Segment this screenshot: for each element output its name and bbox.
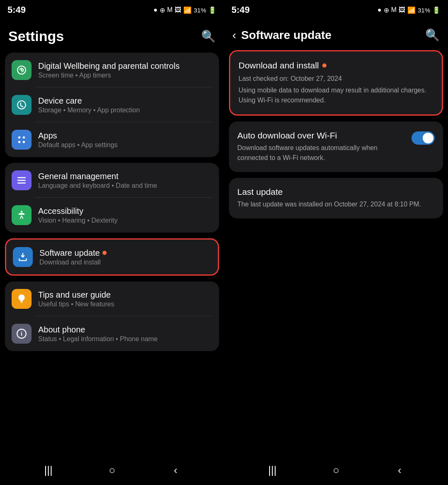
right-img-icon: 🖼 — [399, 6, 405, 14]
general-management-name: General management — [38, 172, 212, 181]
right-header: ‹ Software update 🔍 — [229, 24, 443, 50]
right-battery: 31% — [418, 7, 430, 14]
about-phone-name: About phone — [38, 325, 212, 335]
back-button[interactable]: ‹ — [232, 29, 236, 42]
accessibility-name: Accessibility — [38, 206, 212, 216]
general-management-item[interactable]: General management Language and keyboard… — [5, 163, 219, 198]
tips-item[interactable]: Tips and user guide Useful tips • New fe… — [5, 281, 219, 316]
auto-download-toggle[interactable] — [411, 131, 435, 145]
digital-wellbeing-name: Digital Wellbeing and parental controls — [38, 61, 212, 71]
software-update-icon — [13, 247, 33, 267]
battery-icon: 🔋 — [208, 6, 217, 14]
svg-point-3 — [23, 136, 25, 138]
right-wifi-icon: 📶 — [407, 6, 416, 14]
sim-icon: ● — [153, 6, 158, 14]
right-recent-apps-btn[interactable]: ||| — [262, 460, 283, 480]
mail-icon: M — [167, 6, 173, 14]
right-sim-icon: ● — [377, 6, 382, 14]
device-care-name: Device care — [38, 96, 212, 106]
general-management-icon — [12, 170, 32, 190]
last-update-desc: The last update was installed on October… — [237, 199, 435, 209]
right-mail-icon: M — [391, 6, 397, 14]
tips-sub: Useful tips • New features — [38, 301, 212, 308]
auto-download-card[interactable]: Auto download over Wi-Fi Download softwa… — [229, 121, 443, 172]
last-update-title: Last update — [237, 187, 435, 197]
about-phone-item[interactable]: i About phone Status • Legal information… — [5, 316, 219, 351]
apps-name: Apps — [38, 131, 212, 141]
tips-icon — [12, 289, 32, 309]
image-icon: 🖼 — [175, 6, 181, 14]
right-search-icon[interactable]: 🔍 — [425, 28, 440, 42]
software-update-text: Software update Download and install — [39, 248, 211, 266]
accessibility-sub: Vision • Hearing • Dexterity — [38, 217, 212, 224]
tips-text: Tips and user guide Useful tips • New fe… — [38, 290, 212, 308]
wifi-icon: 📶 — [183, 6, 192, 14]
left-time: 5:49 — [7, 5, 26, 15]
settings-title: Settings — [8, 28, 64, 44]
auto-download-header: Auto download over Wi-Fi Download softwa… — [237, 131, 435, 163]
software-update-dot — [102, 251, 107, 255]
left-home-btn[interactable]: ○ — [102, 460, 122, 480]
auto-download-title: Auto download over Wi-Fi — [237, 131, 407, 141]
left-status-bar: 5:49 ● ⊕ M 🖼 📶 31% 🔋 — [0, 0, 224, 20]
software-update-name: Software update — [39, 248, 211, 258]
svg-point-6 — [21, 211, 22, 212]
apps-icon — [12, 130, 32, 150]
digital-wellbeing-text: Digital Wellbeing and parental controls … — [38, 61, 212, 79]
svg-point-5 — [23, 141, 25, 143]
toggle-knob — [423, 133, 433, 143]
software-update-card[interactable]: Software update Download and install — [5, 238, 219, 276]
accessibility-item[interactable]: Accessibility Vision • Hearing • Dexteri… — [5, 198, 219, 233]
device-care-sub: Storage • Memory • App protection — [38, 107, 212, 114]
settings-card-1: Digital Wellbeing and parental controls … — [5, 53, 219, 157]
right-panel-title: Software update — [241, 29, 425, 42]
apps-item[interactable]: Apps Default apps • App settings — [5, 122, 219, 157]
device-care-item[interactable]: Device care Storage • Memory • App prote… — [5, 87, 219, 122]
left-back-btn[interactable]: ‹ — [165, 460, 186, 480]
download-install-desc2: Using mobile data to download may result… — [239, 85, 433, 105]
svg-point-2 — [18, 136, 20, 138]
right-notif-icon: ⊕ — [384, 6, 389, 14]
general-management-sub: Language and keyboard • Date and time — [38, 182, 212, 189]
device-care-icon — [12, 95, 32, 115]
software-update-item[interactable]: Software update Download and install — [6, 240, 218, 274]
right-time: 5:49 — [231, 5, 250, 15]
settings-search-icon[interactable]: 🔍 — [201, 29, 216, 43]
left-battery: 31% — [194, 7, 206, 14]
right-battery-icon: 🔋 — [432, 6, 441, 14]
left-status-icons: ● ⊕ M 🖼 📶 31% 🔋 — [153, 6, 217, 14]
settings-card-3: Tips and user guide Useful tips • New fe… — [5, 281, 219, 351]
download-install-title: Download and install — [239, 61, 433, 70]
auto-download-desc: Download software updates automatically … — [237, 143, 407, 163]
right-panel: ‹ Software update 🔍 Download and install… — [224, 20, 448, 455]
accessibility-text: Accessibility Vision • Hearing • Dexteri… — [38, 206, 212, 224]
bottom-nav: ||| ○ ‹ ||| ○ ‹ — [0, 455, 448, 485]
digital-wellbeing-sub: Screen time • App timers — [38, 72, 212, 79]
digital-wellbeing-item[interactable]: Digital Wellbeing and parental controls … — [5, 53, 219, 87]
software-update-sub: Download and install — [39, 259, 211, 266]
tips-name: Tips and user guide — [38, 290, 212, 300]
download-install-card[interactable]: Download and install Last checked on: Oc… — [229, 50, 443, 116]
left-bottom-nav: ||| ○ ‹ — [0, 455, 224, 485]
last-update-card: Last update The last update was installe… — [229, 178, 443, 218]
download-install-dot — [322, 63, 326, 68]
left-recent-apps-btn[interactable]: ||| — [38, 460, 59, 480]
right-home-btn[interactable]: ○ — [326, 460, 346, 480]
about-phone-icon: i — [12, 324, 32, 344]
notification-icon: ⊕ — [160, 6, 165, 14]
right-back-btn[interactable]: ‹ — [389, 460, 410, 480]
svg-point-1 — [21, 69, 22, 71]
digital-wellbeing-icon — [12, 60, 32, 80]
right-status-bar: 5:49 ● ⊕ M 🖼 📶 31% 🔋 — [224, 0, 448, 20]
device-care-text: Device care Storage • Memory • App prote… — [38, 96, 212, 114]
right-status-icons: ● ⊕ M 🖼 📶 31% 🔋 — [377, 6, 441, 14]
about-phone-sub: Status • Legal information • Phone name — [38, 335, 212, 343]
left-panel: Settings 🔍 Digital Wellbeing and parenta… — [0, 20, 224, 455]
svg-text:i: i — [21, 330, 22, 337]
svg-point-4 — [18, 141, 20, 143]
accessibility-icon — [12, 205, 32, 225]
settings-header: Settings 🔍 — [5, 24, 219, 53]
apps-text: Apps Default apps • App settings — [38, 131, 212, 149]
auto-download-text-block: Auto download over Wi-Fi Download softwa… — [237, 131, 407, 163]
download-install-desc1: Last checked on: October 27, 2024 — [239, 74, 433, 84]
